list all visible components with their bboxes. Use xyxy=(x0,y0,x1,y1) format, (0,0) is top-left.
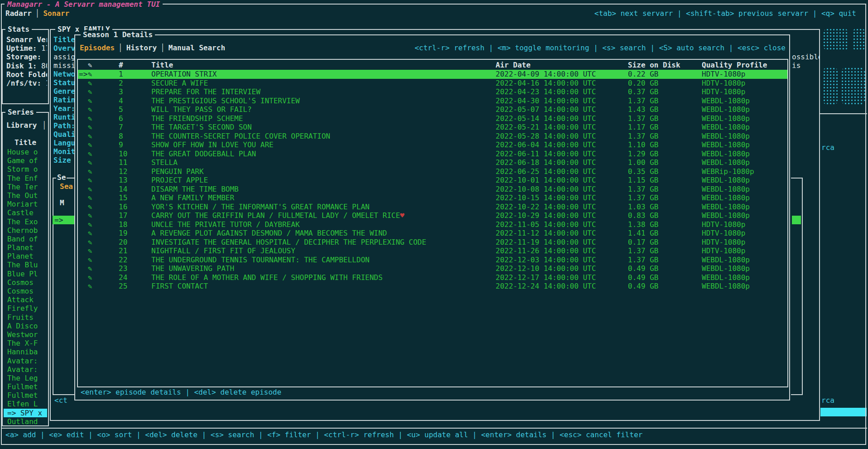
episode-row[interactable]: ✎ 12 PENGUIN PARK 2022-06-25 14:00:00 UT… xyxy=(78,167,787,176)
series-list-item[interactable]: Outland xyxy=(4,417,47,426)
stat-label: Root Folde xyxy=(6,70,47,79)
overview-text-fragment: ossible xyxy=(792,53,820,61)
series-list-item[interactable]: Cosmos xyxy=(4,278,47,287)
episode-row[interactable]: ✎ 15 A NEW FAMILY MEMBER 2022-10-15 14:0… xyxy=(78,193,787,203)
series-list-item[interactable]: Fullmet xyxy=(4,382,47,391)
episode-air-date: 2022-11-12 14:00:00 UTC xyxy=(496,229,596,238)
episode-size: 1.37 GB xyxy=(628,193,658,203)
episode-row[interactable]: ✎ 20 INVESTIGATE THE GENERAL HOSPITAL / … xyxy=(78,238,787,247)
episode-quality: HDTV-1080p xyxy=(702,79,745,88)
tab-manual-search[interactable]: Manual Search xyxy=(169,43,225,52)
edit-pencil-icon: ✎ xyxy=(88,185,92,194)
series-name: A Disco xyxy=(7,322,38,330)
series-list-item[interactable]: The Enf xyxy=(4,174,47,183)
episode-row[interactable]: ✎ 25 FIRST CONTACT 2022-12-24 14:00:00 U… xyxy=(78,282,787,291)
episode-row[interactable]: ✎ 5 WILL THEY PASS OR FAIL? 2022-05-07 1… xyxy=(78,105,787,114)
episode-row[interactable]: ✎ 3 PREPARE FOR THE INTERVIEW 2022-04-23… xyxy=(78,87,787,97)
row-text-fragment: rca xyxy=(821,396,834,405)
series-list-item[interactable]: The Exo xyxy=(4,217,47,226)
episode-row[interactable]: ✎ 13 PROJECT APPLE 2022-10-01 14:00:00 U… xyxy=(78,176,787,185)
series-list-item[interactable]: Hanniba xyxy=(4,348,47,356)
series-list-item[interactable]: The Out xyxy=(4,191,47,200)
episode-quality: WEBDL-1080p xyxy=(702,273,750,282)
episode-row[interactable]: ✎ 24 THE ROLE OF A MOTHER AND WIFE / SHO… xyxy=(78,273,787,282)
tab-sonarr[interactable]: Sonarr xyxy=(43,9,69,18)
series-list-item[interactable]: Fruits xyxy=(4,313,47,322)
episode-title: UNCLE THE PRIVATE TUTOR / DAYBREAK xyxy=(151,220,300,229)
edit-pencil-icon: ✎ xyxy=(88,140,92,150)
episode-air-date: 2022-11-19 14:00:00 UTC xyxy=(496,238,596,247)
series-list-item[interactable]: The Ter xyxy=(4,183,47,191)
series-list-item[interactable]: Attack xyxy=(4,295,47,304)
tab-radarr[interactable]: Radarr xyxy=(5,9,32,18)
episode-row[interactable]: ✎ 18 UNCLE THE PRIVATE TUTOR / DAYBREAK … xyxy=(78,220,787,229)
tab-seasons-fragment[interactable]: Sea xyxy=(60,182,73,191)
episode-row[interactable]: ✎ 14 DISARM THE TIME BOMB 2022-10-08 14:… xyxy=(78,185,787,194)
episode-row[interactable]: ✎ 23 THE UNWAVERING PATH 2022-12-10 14:0… xyxy=(78,264,787,273)
tab-episodes[interactable]: Episodes xyxy=(80,43,115,52)
selected-row-highlight-fragment xyxy=(820,408,867,416)
series-list-item[interactable]: Fullmet xyxy=(4,391,47,400)
series-list-item[interactable]: Moriart xyxy=(4,200,47,208)
series-list-item[interactable]: The X-F xyxy=(4,339,47,348)
stat-row: /nfs/tv: 1 xyxy=(6,79,47,87)
episode-title: THE ROLE OF A MOTHER AND WIFE / SHOPPING… xyxy=(151,273,383,282)
episode-title: CARRY OUT THE GRIFFIN PLAN / FULLMETAL L… xyxy=(151,211,405,220)
series-list-item[interactable]: Planet xyxy=(4,252,47,261)
series-list-item[interactable]: Blue Pl xyxy=(4,270,47,278)
series-list-item[interactable]: House o xyxy=(4,148,47,156)
series-list-item[interactable]: Castle xyxy=(4,208,47,217)
series-name: Westwor xyxy=(7,330,38,339)
series-list-item[interactable]: Band of xyxy=(4,235,47,243)
series-name: Firefly xyxy=(7,304,38,313)
episode-row[interactable]: ✎ 11 STELLA 2022-06-18 14:00:00 UTC 1.00… xyxy=(78,158,787,167)
tab-library[interactable]: Library xyxy=(6,121,37,130)
episode-row[interactable]: ✎ 7 THE TARGET'S SECOND SON 2022-05-21 1… xyxy=(78,123,787,132)
footer-separator xyxy=(1,428,867,429)
series-list-item[interactable]: The Blu xyxy=(4,261,47,269)
series-list-item[interactable]: Game of xyxy=(4,156,47,165)
episode-row[interactable]: ✎ 10 THE GREAT DODGEBALL PLAN 2022-06-11… xyxy=(78,150,787,159)
episode-row[interactable]: ✎ 8 THE COUNTER-SECRET POLICE COVER OPER… xyxy=(78,132,787,141)
episode-row[interactable]: ✎ 4 THE PRESTIGIOUS SCHOOL'S INTERVIEW 2… xyxy=(78,97,787,106)
episode-air-date: 2022-10-29 14:00:00 UTC xyxy=(496,211,596,220)
episode-size: 1.37 GB xyxy=(628,256,658,265)
series-list-item[interactable]: Planet xyxy=(4,243,47,252)
episode-row[interactable]: ✎ 22 THE UNDERGROUND TENNIS TOURNAMENT: … xyxy=(78,256,787,265)
selected-season-fragment: => xyxy=(53,216,76,224)
episode-row[interactable]: ✎ 2 SECURE A WIFE 2022-04-16 14:00:00 UT… xyxy=(78,79,787,88)
bottom-keybinds-help: <a> add | <e> edit | <o> sort | <del> de… xyxy=(5,430,642,439)
episode-air-date: 2022-12-17 14:00:00 UTC xyxy=(496,273,596,282)
episode-number: 1 xyxy=(119,70,123,79)
episode-row[interactable]: ✎ 16 YOR'S KITCHEN / THE INFORMANT'S GRE… xyxy=(78,203,787,212)
series-panel-title: Series xyxy=(5,108,36,117)
episode-row[interactable]: => ✎ 1 OPERATION STRIX 2022-04-09 14:00:… xyxy=(78,70,787,79)
episode-row[interactable]: ✎ 19 A REVENGE PLOT AGAINST DESMOND / MA… xyxy=(78,229,787,238)
seasons-column-fragment: M xyxy=(60,198,64,208)
series-list-item[interactable]: Firefly xyxy=(4,304,47,313)
episode-size: 1.00 GB xyxy=(628,158,658,167)
edit-pencil-icon: ✎ xyxy=(88,158,92,167)
episode-row[interactable]: ✎ 6 THE FRIENDSHIP SCHEME 2022-05-14 14:… xyxy=(78,114,787,123)
episode-quality: WEBDL-1080p xyxy=(702,256,750,265)
series-list-item[interactable]: Storm o xyxy=(4,165,47,174)
app-root: rca rca Managarr - A Servarr management … xyxy=(0,0,868,449)
series-list-item[interactable]: Avatar: xyxy=(4,365,47,374)
episode-title: SECURE A WIFE xyxy=(151,79,208,88)
series-list-item[interactable]: The Leg xyxy=(4,374,47,382)
details-keybinds-fragment: <ct xyxy=(54,396,68,405)
episode-row[interactable]: ✎ 21 NIGHTFALL / FIRST FIT OF JEALOUSY 2… xyxy=(78,246,787,256)
episode-row[interactable]: ✎ 9 SHOW OFF HOW IN LOVE YOU ARE 2022-06… xyxy=(78,140,787,150)
series-list-item[interactable]: Chernob xyxy=(4,226,47,235)
episode-air-date: 2022-05-28 14:00:00 UTC xyxy=(496,132,596,141)
series-list-item[interactable]: Westwor xyxy=(4,330,47,339)
series-list-item[interactable]: Cosmos xyxy=(4,287,47,295)
series-list-item[interactable]: Avatar: xyxy=(4,357,47,365)
series-list-item[interactable]: A Disco xyxy=(4,322,47,330)
series-name: Cosmos xyxy=(7,287,34,295)
series-list-item[interactable]: Elfen L xyxy=(4,400,47,408)
tab-history[interactable]: History xyxy=(126,43,157,52)
series-list-item[interactable]: => SPY x F xyxy=(4,409,47,417)
episode-row[interactable]: ✎ 17 CARRY OUT THE GRIFFIN PLAN / FULLME… xyxy=(78,211,787,220)
episode-number: 22 xyxy=(119,256,127,265)
